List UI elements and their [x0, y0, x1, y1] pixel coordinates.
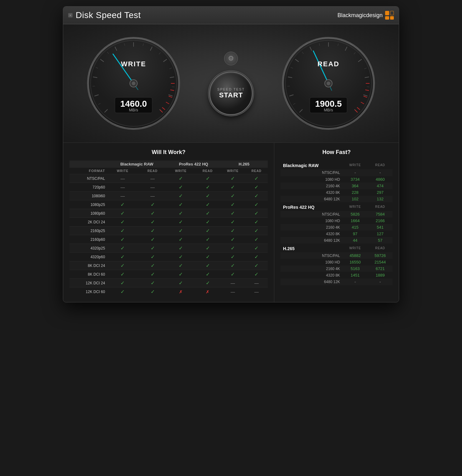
check-cell: ✓ [195, 183, 220, 192]
how-fast-table: Blackmagic RAWWRITEREADNTSC/PAL--1080 HD… [280, 161, 393, 285]
start-button[interactable]: SPEED TEST START [209, 72, 253, 115]
check-cell: ✓ [245, 253, 268, 261]
hf-write-val: - [342, 278, 368, 285]
check-cell: ✓ [138, 209, 167, 218]
hf-row-name: 2160 4K [280, 183, 342, 189]
prores-write-subheader: WRITE [167, 168, 195, 174]
write-gauge-label: WRITE [121, 60, 146, 68]
format-cell: 2160p25 [69, 226, 107, 235]
hf-data-row: 6480 12K-- [280, 278, 393, 285]
h265-read-subheader: READ [245, 168, 268, 174]
hf-data-row: 1080 HD16642166 [280, 217, 393, 224]
prores-read-subheader: READ [195, 168, 220, 174]
hf-write-val: 45882 [342, 252, 368, 259]
hf-read-val: 1889 [368, 272, 393, 278]
read-value: 1900.5 [315, 99, 342, 109]
brand-icon [385, 11, 394, 20]
read-gauge-label: READ [317, 60, 339, 68]
hf-write-val: 1664 [342, 217, 368, 224]
hf-section-label: H.265 [280, 244, 342, 252]
prores-col-header: ProRes 422 HQ [167, 161, 220, 168]
hf-read-val: - [368, 278, 393, 285]
will-it-work-section: Will It Work? Blackmagic RAW ProRes 422 … [63, 143, 274, 302]
check-cell: ✓ [138, 270, 167, 279]
check-cell: ✓ [167, 192, 195, 200]
check-cell: ✓ [107, 270, 138, 279]
format-cell: NTSC/PAL [69, 174, 107, 183]
check-cell: — [107, 174, 138, 183]
hf-row-name: 6480 12K [280, 196, 342, 202]
hf-read-val: 21544 [368, 259, 393, 265]
tables-section: Will It Work? Blackmagic RAW ProRes 422 … [63, 142, 399, 302]
check-cell: ✓ [167, 218, 195, 226]
table-row: 1080p60✓✓✓✓✓✓ [69, 209, 268, 218]
hf-read-val: 4860 [368, 176, 393, 183]
check-cell: ✗ [195, 287, 220, 296]
hf-data-row: 4320 8K228297 [280, 189, 393, 196]
settings-button[interactable]: ⚙ [224, 52, 238, 65]
check-cell: ✓ [220, 244, 245, 253]
table-row: 12K DCI 24✓✓✓✓—— [69, 279, 268, 287]
check-cell: ✓ [167, 270, 195, 279]
format-cell: 720p60 [69, 183, 107, 192]
check-cell: ✓ [220, 235, 245, 244]
table-row: NTSC/PAL——✓✓✓✓ [69, 174, 268, 183]
check-cell: ✓ [107, 235, 138, 244]
will-it-work-table: Blackmagic RAW ProRes 422 HQ H.265 FORMA… [69, 161, 268, 296]
hf-write-val: 5826 [342, 211, 368, 217]
hf-read-col: READ [368, 161, 393, 169]
check-cell: ✓ [107, 226, 138, 235]
check-cell: ✓ [107, 218, 138, 226]
check-cell: ✓ [195, 226, 220, 235]
table-row: 8K DCI 60✓✓✓✓✓✓ [69, 270, 268, 279]
write-gauge: WRITE 1460.0 MB/s [87, 37, 180, 130]
start-label1: SPEED TEST [217, 87, 245, 91]
hf-row-name: 2160 4K [280, 224, 342, 231]
will-it-work-heading: Will It Work? [69, 149, 268, 156]
hf-write-val: - [342, 169, 368, 176]
svg-line-23 [93, 86, 95, 86]
hf-row-name: 4320 8K [280, 272, 342, 278]
app-window: × Disk Speed Test Blackmagicdesign [63, 6, 399, 302]
hf-data-row: 6480 12K4457 [280, 237, 393, 244]
check-cell: ✓ [195, 174, 220, 183]
format-cell: 2160p60 [69, 235, 107, 244]
hf-row-name: 6480 12K [280, 237, 342, 244]
read-unit: MB/s [324, 108, 333, 112]
check-cell: ✓ [245, 235, 268, 244]
brand-name: Blackmagicdesign [337, 12, 383, 19]
check-cell: ✓ [195, 270, 220, 279]
how-fast-section: How Fast? Blackmagic RAWWRITEREADNTSC/PA… [274, 143, 399, 302]
hf-data-row: 6480 12K102132 [280, 196, 393, 202]
format-cell: 8K DCI 24 [69, 261, 107, 270]
check-cell: ✓ [167, 279, 195, 287]
check-cell: ✓ [220, 174, 245, 183]
close-button[interactable]: × [68, 13, 73, 17]
check-cell: ✓ [245, 192, 268, 200]
format-cell: 1080i60 [69, 192, 107, 200]
check-cell: ✓ [167, 253, 195, 261]
table-row: 4320p25✓✓✓✓✓✓ [69, 244, 268, 253]
hf-data-row: 1080 HD37344860 [280, 176, 393, 183]
app-title: Disk Speed Test [76, 10, 141, 20]
braw-col-header: Blackmagic RAW [107, 161, 167, 168]
check-cell: ✓ [195, 192, 220, 200]
table-row: 2K DCI 24✓✓✓✓✓✓ [69, 218, 268, 226]
hf-row-name: NTSC/PAL [280, 252, 342, 259]
hf-write-val: 16550 [342, 259, 368, 265]
check-cell: ✓ [245, 244, 268, 253]
hf-write-val: 364 [342, 183, 368, 189]
format-cell: 2K DCI 24 [69, 218, 107, 226]
brand-square-3 [385, 16, 389, 20]
svg-line-30 [172, 87, 175, 87]
format-cell: 12K DCI 60 [69, 287, 107, 296]
check-cell: ✓ [220, 253, 245, 261]
check-cell: ✓ [220, 192, 245, 200]
check-cell: ✓ [167, 261, 195, 270]
hf-read-val: 2166 [368, 217, 393, 224]
svg-point-34 [132, 82, 135, 85]
brand-square-4 [390, 16, 394, 20]
check-cell: ✓ [195, 261, 220, 270]
hf-write-val: 5163 [342, 265, 368, 272]
check-cell: ✓ [167, 226, 195, 235]
